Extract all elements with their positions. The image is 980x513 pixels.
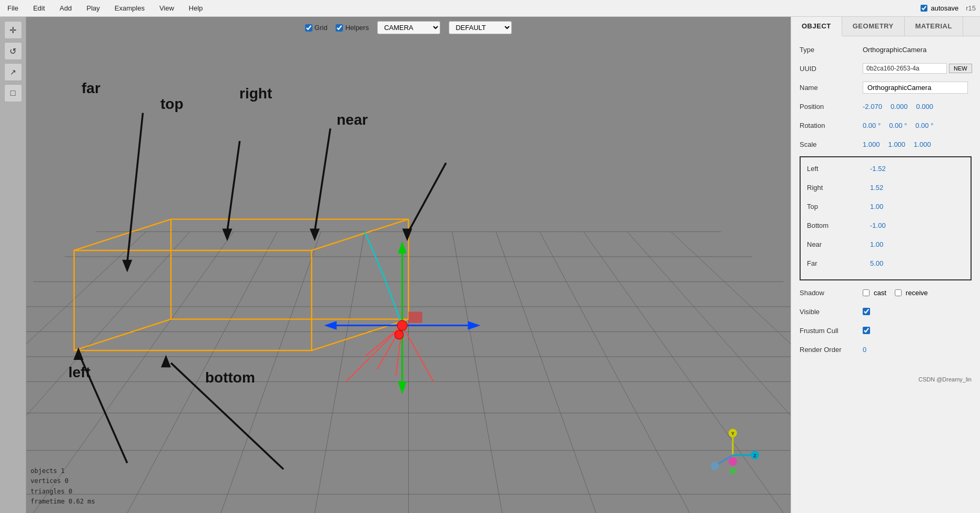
svg-text:Z: Z [753,453,756,458]
scale-tool-button[interactable]: ↗ [4,63,22,81]
stat-frametime: frametime 0.62 ms [31,497,95,507]
rotation-values: 0.00 ° 0.00 ° 0.00 ° [863,122,933,129]
frustum-left-row: Left -1.52 [807,162,964,175]
menu-view[interactable]: View [156,3,177,13]
stat-objects: objects 1 [31,466,95,476]
svg-rect-50 [409,311,422,323]
stats-overlay: objects 1 vertices 0 triangles 0 frameti… [31,466,95,507]
frustum-top-value[interactable]: 1.00 [870,203,883,210]
shadow-receive-checkbox[interactable] [895,289,902,296]
visible-checkbox[interactable] [863,308,870,315]
menu-add[interactable]: Add [56,3,75,13]
menu-examples[interactable]: Examples [112,3,148,13]
name-row: Name [800,81,972,94]
svg-point-48 [397,320,407,330]
shadow-cast-label: cast [874,289,886,297]
scale-icon: ↗ [10,68,16,76]
frustum-left-value[interactable]: -1.52 [870,165,886,173]
tab-geometry[interactable]: GEOMETRY [842,17,905,36]
rotate-icon: ↺ [9,46,16,56]
uuid-new-button[interactable]: NEW [949,64,972,73]
viewport-topbar: Grid Helpers CAMERA DEFAULT [26,21,791,34]
frustum-cull-label: Frustum Cull [800,327,863,335]
tab-material[interactable]: MATERIAL [905,17,963,36]
frustum-section: Left -1.52 Right 1.52 Top 1.00 Bottom -1… [800,156,972,280]
render-order-label: Render Order [800,346,863,354]
frustum-right-row: Right 1.52 [807,180,964,194]
stat-triangles: triangles 0 [31,487,95,497]
move-icon: ✛ [9,25,16,35]
frustum-bottom-row: Bottom -1.00 [807,218,964,232]
shadow-receive-label: receive [906,289,928,297]
frustum-bottom-value[interactable]: -1.00 [870,222,886,229]
helpers-checkbox[interactable] [336,24,343,32]
uuid-input[interactable] [863,63,947,74]
name-label: Name [800,84,863,92]
uuid-row: UUID NEW [800,62,972,75]
tab-object[interactable]: OBJECT [791,17,842,36]
shadow-cast-checkbox[interactable] [863,289,870,296]
panel-tabs: OBJECT GEOMETRY MATERIAL [791,17,980,36]
frustum-near-label: Near [807,240,870,248]
frustum-top-label: Top [807,203,870,210]
scale-x[interactable]: 1.000 [863,140,880,148]
frustum-right-value[interactable]: 1.52 [870,184,883,192]
scale-row: Scale 1.000 1.000 1.000 [800,137,972,151]
menu-help[interactable]: Help [186,3,206,13]
rotation-row: Rotation 0.00 ° 0.00 ° 0.00 ° [800,118,972,132]
viewport-wrapper: ✛ ↺ ↗ □ Grid Helpers [0,17,791,513]
svg-text:Y: Y [731,431,734,436]
grid-checkbox[interactable] [305,24,312,32]
frustum-right-label: Right [807,184,870,192]
move-tool-button[interactable]: ✛ [4,21,22,39]
helpers-label: Helpers [345,24,369,32]
axis-widget: Y Z [706,429,759,481]
render-order-row: Render Order 0 [800,343,972,356]
helpers-checkbox-label[interactable]: Helpers [336,24,369,32]
grid-label: Grid [315,24,328,32]
viewport[interactable]: Grid Helpers CAMERA DEFAULT [26,17,791,513]
name-input[interactable] [863,82,968,94]
type-row: Type OrthographicCamera [800,43,972,56]
main-area: ✛ ↺ ↗ □ Grid Helpers [0,17,980,513]
view-select[interactable]: DEFAULT [449,21,512,34]
render-order-value[interactable]: 0 [863,346,866,354]
camera-select[interactable]: CAMERA [377,21,440,34]
position-x[interactable]: -2.070 [863,103,882,110]
position-z[interactable]: 0.000 [916,103,933,110]
panel-content: Type OrthographicCamera UUID NEW Name Po… [791,36,980,513]
scene-canvas: far top right near left bottom [26,38,791,513]
menu-play[interactable]: Play [84,3,103,13]
svg-point-70 [711,462,719,470]
rotation-x[interactable]: 0.00 ° [863,122,881,129]
scale-values: 1.000 1.000 1.000 [863,140,931,148]
frustum-near-value[interactable]: 1.00 [870,240,883,248]
svg-point-72 [730,468,736,474]
rotation-z[interactable]: 0.00 ° [915,122,933,129]
scale-z[interactable]: 1.000 [914,140,931,148]
box-tool-button[interactable]: □ [4,84,22,102]
rotation-label: Rotation [800,122,863,129]
position-y[interactable]: 0.000 [891,103,908,110]
rotation-y[interactable]: 0.00 ° [889,122,907,129]
frustum-far-row: Far 5.00 [807,256,964,270]
menu-file[interactable]: File [4,3,22,13]
rotate-tool-button[interactable]: ↺ [4,42,22,60]
frustum-left-label: Left [807,165,870,173]
frustum-far-value[interactable]: 5.00 [870,259,883,267]
watermark-text: CSDN @Dreamy_lin [918,376,972,383]
grid-checkbox-label[interactable]: Grid [305,24,328,32]
autosave-checkbox[interactable] [921,5,927,12]
uuid-label: UUID [800,65,863,73]
watermark-container: CSDN @Dreamy_lin [800,361,972,383]
autosave-label: autosave [931,4,958,12]
frustum-cull-checkbox[interactable] [863,327,870,334]
menu-edit[interactable]: Edit [30,3,48,13]
frustum-near-row: Near 1.00 [807,237,964,251]
scale-y[interactable]: 1.000 [888,140,906,148]
svg-point-71 [729,457,737,466]
svg-point-49 [395,330,403,339]
autosave-area: autosave r15 [921,4,976,12]
shadow-label: Shadow [800,289,863,297]
scene-svg [26,38,791,513]
